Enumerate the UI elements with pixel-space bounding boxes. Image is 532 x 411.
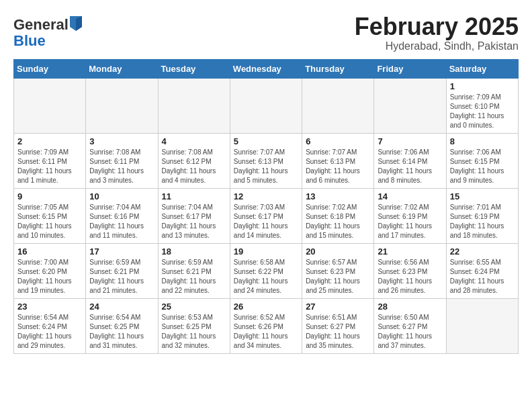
calendar-week-row: 23Sunrise: 6:54 AM Sunset: 6:24 PM Dayli… (14, 298, 519, 353)
day-info: Sunrise: 6:54 AM Sunset: 6:24 PM Dayligh… (17, 313, 82, 351)
day-info: Sunrise: 6:51 AM Sunset: 6:27 PM Dayligh… (306, 313, 370, 351)
calendar-cell: 28Sunrise: 6:50 AM Sunset: 6:27 PM Dayli… (374, 298, 446, 353)
day-number: 16 (17, 246, 82, 257)
calendar-week-row: 1Sunrise: 7:09 AM Sunset: 6:10 PM Daylig… (14, 78, 519, 133)
calendar-cell: 14Sunrise: 7:02 AM Sunset: 6:19 PM Dayli… (374, 188, 446, 243)
day-info: Sunrise: 7:05 AM Sunset: 6:15 PM Dayligh… (17, 203, 82, 240)
calendar-cell: 27Sunrise: 6:51 AM Sunset: 6:27 PM Dayli… (302, 298, 374, 353)
day-info: Sunrise: 6:54 AM Sunset: 6:25 PM Dayligh… (89, 313, 154, 351)
calendar-cell (302, 78, 374, 133)
day-number: 2 (17, 136, 82, 146)
weekday-header-saturday: Saturday (446, 59, 518, 78)
day-info: Sunrise: 7:01 AM Sunset: 6:19 PM Dayligh… (450, 203, 515, 240)
calendar-cell (158, 78, 230, 133)
day-info: Sunrise: 6:59 AM Sunset: 6:21 PM Dayligh… (162, 258, 226, 295)
calendar-cell: 15Sunrise: 7:01 AM Sunset: 6:19 PM Dayli… (446, 188, 518, 243)
day-info: Sunrise: 7:09 AM Sunset: 6:10 PM Dayligh… (450, 93, 515, 130)
day-number: 22 (450, 246, 515, 257)
calendar-cell: 6Sunrise: 7:07 AM Sunset: 6:13 PM Daylig… (302, 133, 374, 188)
calendar-cell: 16Sunrise: 7:00 AM Sunset: 6:20 PM Dayli… (14, 243, 86, 298)
day-info: Sunrise: 7:07 AM Sunset: 6:13 PM Dayligh… (234, 148, 298, 185)
day-number: 11 (162, 191, 226, 201)
calendar-cell: 20Sunrise: 6:57 AM Sunset: 6:23 PM Dayli… (302, 243, 374, 298)
calendar-cell: 8Sunrise: 7:06 AM Sunset: 6:15 PM Daylig… (446, 133, 518, 188)
calendar-cell: 10Sunrise: 7:04 AM Sunset: 6:16 PM Dayli… (86, 188, 158, 243)
day-number: 7 (378, 136, 442, 146)
calendar-week-row: 9Sunrise: 7:05 AM Sunset: 6:15 PM Daylig… (14, 188, 519, 243)
day-info: Sunrise: 7:06 AM Sunset: 6:15 PM Dayligh… (450, 148, 515, 185)
day-number: 5 (234, 136, 298, 146)
day-info: Sunrise: 7:08 AM Sunset: 6:12 PM Dayligh… (162, 148, 226, 185)
day-number: 13 (306, 191, 370, 201)
day-info: Sunrise: 6:53 AM Sunset: 6:25 PM Dayligh… (162, 313, 226, 351)
calendar-cell: 11Sunrise: 7:04 AM Sunset: 6:17 PM Dayli… (158, 188, 230, 243)
weekday-header-sunday: Sunday (14, 59, 86, 78)
logo-icon (70, 16, 82, 31)
day-info: Sunrise: 7:02 AM Sunset: 6:19 PM Dayligh… (378, 203, 442, 240)
weekday-header-thursday: Thursday (302, 59, 374, 78)
day-number: 8 (450, 136, 515, 146)
day-number: 4 (162, 136, 226, 146)
calendar-cell: 26Sunrise: 6:52 AM Sunset: 6:26 PM Dayli… (230, 298, 302, 353)
day-info: Sunrise: 7:07 AM Sunset: 6:13 PM Dayligh… (306, 148, 370, 185)
day-info: Sunrise: 6:57 AM Sunset: 6:23 PM Dayligh… (306, 258, 370, 295)
calendar-cell: 12Sunrise: 7:03 AM Sunset: 6:17 PM Dayli… (230, 188, 302, 243)
calendar-cell: 13Sunrise: 7:02 AM Sunset: 6:18 PM Dayli… (302, 188, 374, 243)
day-info: Sunrise: 6:55 AM Sunset: 6:24 PM Dayligh… (450, 258, 515, 295)
weekday-header-friday: Friday (374, 59, 446, 78)
title-block: February 2025 Hyderabad, Sindh, Pakistan (355, 13, 519, 52)
calendar-cell (446, 298, 518, 353)
day-number: 24 (89, 302, 154, 312)
day-info: Sunrise: 6:52 AM Sunset: 6:26 PM Dayligh… (234, 313, 298, 351)
calendar-week-row: 16Sunrise: 7:00 AM Sunset: 6:20 PM Dayli… (14, 243, 519, 298)
day-number: 20 (306, 246, 370, 257)
logo-general-text: General (13, 17, 69, 33)
day-number: 10 (89, 191, 154, 201)
calendar-cell: 18Sunrise: 6:59 AM Sunset: 6:21 PM Dayli… (158, 243, 230, 298)
weekday-header-wednesday: Wednesday (230, 59, 302, 78)
day-number: 26 (234, 302, 298, 312)
day-info: Sunrise: 7:06 AM Sunset: 6:14 PM Dayligh… (378, 148, 442, 185)
calendar-cell: 21Sunrise: 6:56 AM Sunset: 6:23 PM Dayli… (374, 243, 446, 298)
weekday-header-tuesday: Tuesday (158, 59, 230, 78)
day-number: 19 (234, 246, 298, 257)
day-number: 12 (234, 191, 298, 201)
calendar-cell (374, 78, 446, 133)
day-info: Sunrise: 7:08 AM Sunset: 6:11 PM Dayligh… (89, 148, 154, 185)
day-number: 23 (17, 302, 82, 312)
day-info: Sunrise: 7:03 AM Sunset: 6:17 PM Dayligh… (234, 203, 298, 240)
day-number: 6 (306, 136, 370, 146)
logo: General Blue (13, 17, 82, 49)
calendar-cell: 4Sunrise: 7:08 AM Sunset: 6:12 PM Daylig… (158, 133, 230, 188)
day-info: Sunrise: 6:56 AM Sunset: 6:23 PM Dayligh… (378, 258, 442, 295)
calendar-cell: 23Sunrise: 6:54 AM Sunset: 6:24 PM Dayli… (14, 298, 86, 353)
day-info: Sunrise: 6:59 AM Sunset: 6:21 PM Dayligh… (89, 258, 154, 295)
day-number: 14 (378, 191, 442, 201)
day-number: 21 (378, 246, 442, 257)
page-header: General Blue February 2025 Hyderabad, Si… (13, 13, 519, 52)
day-number: 18 (162, 246, 226, 257)
calendar-cell: 1Sunrise: 7:09 AM Sunset: 6:10 PM Daylig… (446, 78, 518, 133)
day-info: Sunrise: 6:50 AM Sunset: 6:27 PM Dayligh… (378, 313, 442, 351)
day-number: 28 (378, 302, 442, 312)
calendar-cell: 25Sunrise: 6:53 AM Sunset: 6:25 PM Dayli… (158, 298, 230, 353)
day-number: 27 (306, 302, 370, 312)
day-info: Sunrise: 6:58 AM Sunset: 6:22 PM Dayligh… (234, 258, 298, 295)
day-number: 25 (162, 302, 226, 312)
calendar-cell (230, 78, 302, 133)
calendar-cell: 24Sunrise: 6:54 AM Sunset: 6:25 PM Dayli… (86, 298, 158, 353)
calendar-cell: 22Sunrise: 6:55 AM Sunset: 6:24 PM Dayli… (446, 243, 518, 298)
day-info: Sunrise: 7:09 AM Sunset: 6:11 PM Dayligh… (17, 148, 82, 185)
calendar-subtitle: Hyderabad, Sindh, Pakistan (355, 40, 519, 52)
calendar-week-row: 2Sunrise: 7:09 AM Sunset: 6:11 PM Daylig… (14, 133, 519, 188)
calendar-cell: 2Sunrise: 7:09 AM Sunset: 6:11 PM Daylig… (14, 133, 86, 188)
day-number: 15 (450, 191, 515, 201)
calendar-cell: 17Sunrise: 6:59 AM Sunset: 6:21 PM Dayli… (86, 243, 158, 298)
weekday-header-row: SundayMondayTuesdayWednesdayThursdayFrid… (14, 59, 519, 78)
calendar-cell: 3Sunrise: 7:08 AM Sunset: 6:11 PM Daylig… (86, 133, 158, 188)
calendar-cell: 7Sunrise: 7:06 AM Sunset: 6:14 PM Daylig… (374, 133, 446, 188)
day-info: Sunrise: 7:02 AM Sunset: 6:18 PM Dayligh… (306, 203, 370, 240)
day-info: Sunrise: 7:00 AM Sunset: 6:20 PM Dayligh… (17, 258, 82, 295)
calendar-cell (14, 78, 86, 133)
day-info: Sunrise: 7:04 AM Sunset: 6:17 PM Dayligh… (162, 203, 226, 240)
